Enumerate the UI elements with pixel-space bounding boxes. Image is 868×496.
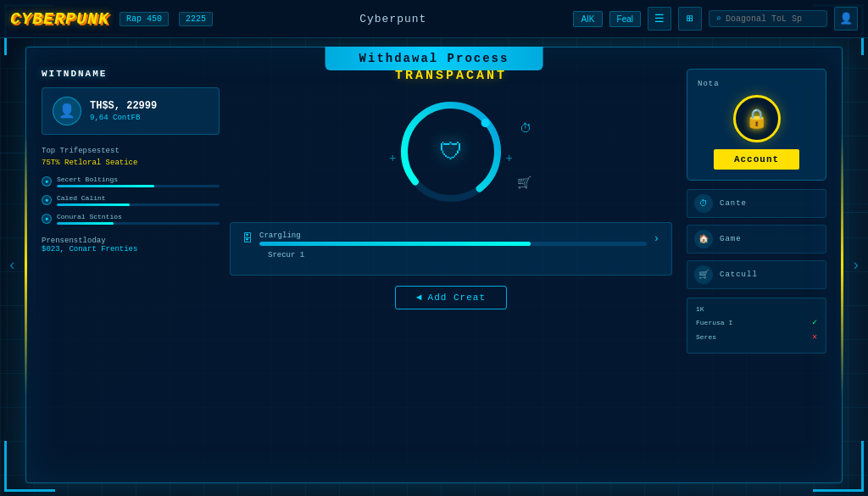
menu-item-catcull-icon: 🛒: [694, 265, 713, 284]
search-icon: ⌕: [716, 14, 721, 24]
shop-small-icon: 🛒: [517, 176, 531, 190]
list-item-bar-fill: [57, 222, 114, 225]
list-item-bar: [57, 222, 220, 225]
list-item-bar: [57, 185, 220, 187]
progress-section: 🗄 Crargling › Srecur 1: [230, 222, 672, 276]
plus-left-icon: +: [389, 152, 396, 165]
list-item-icon: ●: [42, 214, 52, 224]
gauge-icon: 🛡: [439, 137, 463, 166]
progress-sub-row: Srecur 1: [242, 251, 659, 261]
lock-card-label: Nota: [698, 80, 720, 88]
progress-sub-label: Srecur 1: [268, 251, 659, 259]
bottom-stat: Prensenstloday $023, Conart Frenties: [42, 237, 220, 254]
list-item-bar-fill: [57, 185, 154, 187]
option-label-2: Seres: [696, 333, 716, 341]
menu-item-cante-label: Cante: [720, 199, 747, 208]
menu-item-catcull[interactable]: 🛒 Catcull: [687, 260, 826, 289]
badge-rap: Rap 450: [120, 12, 169, 26]
clock-small-icon: ⏱: [520, 122, 531, 136]
panel-arrow-right[interactable]: ›: [851, 257, 860, 274]
account-button[interactable]: Account: [714, 149, 799, 170]
badge-num: 2225: [179, 12, 213, 26]
circuit-line: [843, 212, 868, 213]
list-item: ● Secert Boltings: [42, 176, 220, 187]
list-item-bar-fill: [57, 203, 130, 206]
right-section: Nota 🔒 Account ⏱ Cante 🏠 Game 🛒 Catcull …: [687, 69, 826, 467]
list-item-label: Conural Sctntios: [57, 213, 220, 220]
progress-label: Crargling: [259, 231, 647, 240]
progress-arrow-icon[interactable]: ›: [654, 233, 659, 245]
list-item-label: Secert Boltings: [57, 176, 220, 183]
nav-right: AIK Feal ☰ ⊞ ⌕ 👤: [573, 7, 858, 31]
circuit-line: [0, 153, 25, 153]
user-card: 👤 TH$S, 22999 9,64 ContFB: [42, 87, 220, 135]
nav-aik-button[interactable]: AIK: [573, 11, 602, 27]
menu-item-game[interactable]: 🏠 Game: [687, 225, 826, 254]
nav-feal-button[interactable]: Feal: [609, 11, 641, 27]
search-input[interactable]: [726, 14, 820, 24]
list-item-bar-wrap: Conural Sctntios: [57, 213, 220, 225]
menu-item-game-icon: 🏠: [694, 230, 713, 248]
left-section: WITNDNAME 👤 TH$S, 22999 9,64 ContFB Top …: [42, 69, 220, 467]
section-title: WITNDNAME: [42, 69, 220, 79]
user-sub: 9,64 ContFB: [90, 114, 209, 122]
plus-right-icon: +: [506, 152, 513, 165]
add-credit-label: Add Creat: [428, 293, 486, 303]
panel-header: Withdawal Process: [326, 47, 543, 70]
panel-accent-left: [25, 135, 27, 396]
panel-arrow-left[interactable]: ‹: [8, 257, 17, 274]
center-title: TRANSPACANT: [395, 69, 507, 83]
stats-value: 75T% Retloral Seatice: [42, 159, 220, 167]
add-credit-button[interactable]: ◄ Add Creat: [395, 286, 507, 309]
info-list: ● Secert Boltings ● Caled Calint: [42, 176, 220, 225]
menu-items: ⏱ Cante 🏠 Game 🛒 Catcull: [687, 189, 826, 289]
stats-label: Top Trifepsestest: [42, 147, 220, 155]
progress-sub-info: Srecur 1: [268, 251, 659, 261]
options-title: 1K: [696, 305, 817, 313]
progress-bar: [259, 242, 647, 246]
user-profile-icon-button[interactable]: 👤: [834, 7, 858, 31]
gauge-wrap: 🛡 + + ⏱ 🛒: [396, 97, 506, 207]
list-item-icon: ●: [42, 176, 52, 187]
option-row-1: Fuerusa I ✓: [696, 317, 817, 327]
bottom-stat-value: $023, Conart Frenties: [42, 245, 220, 254]
panel-accent-right: [841, 135, 843, 396]
progress-info: Crargling: [259, 231, 647, 246]
option-label-1: Fuerusa I: [696, 319, 732, 326]
list-item: ● Conural Sctntios: [42, 213, 220, 225]
list-item-bar: [57, 203, 220, 206]
center-section: TRANSPACANT 🛡 + +: [230, 69, 672, 467]
circuit-line: [7, 68, 8, 432]
option-x-icon: ✕: [812, 332, 817, 342]
db-icon: 🗄: [242, 232, 253, 245]
add-credit-icon: ◄: [416, 293, 423, 303]
list-item-icon: ●: [42, 195, 52, 205]
topbar: CYBERPUNK Rap 450 2225 Cyberpunt AIK Fea…: [0, 0, 868, 38]
lock-icon: 🔒: [745, 108, 768, 131]
lock-icon-wrap: 🔒: [733, 95, 781, 142]
option-row-2: Seres ✕: [696, 332, 817, 342]
bottom-stat-label: Prensenstloday: [42, 237, 220, 245]
menu-item-catcull-label: Catcull: [720, 270, 758, 279]
nav-center-title: Cyberpunt: [359, 13, 426, 25]
user-info: TH$S, 22999 9,64 ContFB: [90, 100, 209, 122]
main-panel: Withdawal Process ‹ › WITNDNAME 👤 TH$S, …: [25, 47, 843, 483]
menu-item-cante-icon: ⏱: [694, 194, 713, 213]
list-item-label: Caled Calint: [57, 194, 220, 202]
lock-card: Nota 🔒 Account: [687, 69, 826, 181]
logo: CYBERPUNK: [10, 9, 109, 29]
avatar: 👤: [53, 97, 81, 125]
list-item-bar-wrap: Secert Boltings: [57, 176, 220, 187]
search-bar: ⌕: [709, 10, 827, 27]
list-item: ● Caled Calint: [42, 194, 220, 206]
nav-center: Cyberpunt: [223, 13, 563, 25]
user-amount: TH$S, 22999: [90, 100, 209, 112]
menu-icon-button[interactable]: ☰: [648, 7, 671, 31]
menu-item-game-label: Game: [720, 235, 742, 243]
progress-fill: [259, 242, 531, 246]
grid-icon-button[interactable]: ⊞: [678, 7, 702, 31]
options-box: 1K Fuerusa I ✓ Seres ✕: [687, 298, 826, 354]
option-check-icon: ✓: [812, 317, 817, 327]
progress-row: 🗄 Crargling ›: [242, 231, 659, 246]
menu-item-cante[interactable]: ⏱ Cante: [687, 189, 826, 218]
